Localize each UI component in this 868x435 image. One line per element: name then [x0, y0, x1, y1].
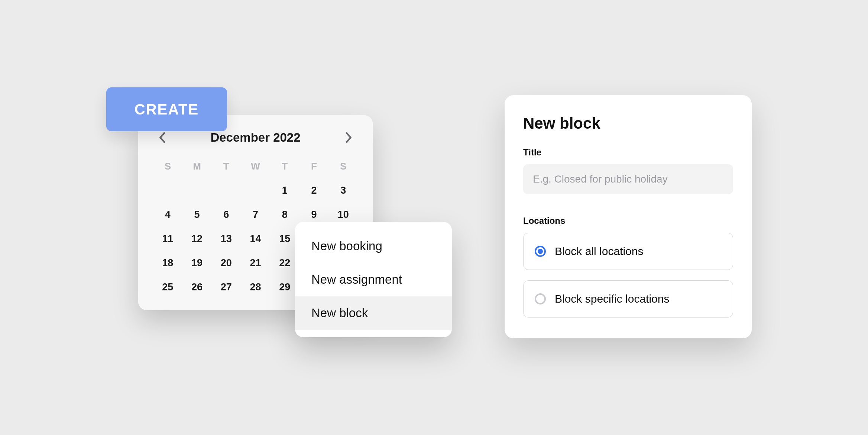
radio-icon — [535, 246, 546, 257]
calendar-day[interactable]: 1 — [270, 185, 299, 196]
menu-item[interactable]: New block — [295, 296, 452, 330]
calendar-weekday: S — [328, 161, 358, 172]
title-input[interactable] — [523, 164, 733, 194]
calendar-day[interactable]: 12 — [182, 233, 212, 245]
calendar-weekday: W — [241, 161, 270, 172]
calendar-weekday: S — [153, 161, 182, 172]
radio-label: Block specific locations — [555, 293, 669, 305]
calendar-day[interactable]: 10 — [328, 209, 358, 220]
calendar-weekday: T — [270, 161, 299, 172]
calendar-day[interactable]: 2 — [299, 185, 329, 196]
menu-item[interactable]: New assignment — [295, 263, 452, 296]
calendar-day[interactable]: 19 — [182, 257, 212, 269]
calendar-day[interactable]: 26 — [182, 281, 212, 293]
create-button[interactable]: CREATE — [106, 87, 227, 131]
title-field-block: Title — [523, 147, 733, 194]
calendar-day[interactable]: 27 — [211, 281, 241, 293]
new-block-panel: New block Title Locations Block all loca… — [505, 95, 752, 338]
calendar-month-title: December 2022 — [210, 130, 300, 145]
calendar-day[interactable]: 28 — [241, 281, 270, 293]
locations-field-block: Locations Block all locationsBlock speci… — [523, 216, 733, 318]
calendar-weekday: M — [182, 161, 212, 172]
radio-label: Block all locations — [555, 245, 643, 258]
calendar-day[interactable]: 8 — [270, 209, 299, 220]
calendar-day[interactable]: 3 — [328, 185, 358, 196]
locations-radio-option[interactable]: Block specific locations — [523, 280, 733, 318]
calendar-day[interactable]: 25 — [153, 281, 182, 293]
radio-icon — [535, 293, 546, 304]
chevron-left-icon[interactable] — [155, 130, 169, 145]
locations-radio-group: Block all locationsBlock specific locati… — [523, 233, 733, 318]
calendar-day[interactable]: 14 — [241, 233, 270, 245]
menu-item[interactable]: New booking — [295, 229, 452, 263]
locations-radio-option[interactable]: Block all locations — [523, 233, 733, 270]
calendar-day[interactable]: 18 — [153, 257, 182, 269]
chevron-right-icon[interactable] — [341, 130, 356, 145]
calendar-weekday: T — [211, 161, 241, 172]
create-menu: New bookingNew assignmentNew block — [295, 222, 452, 337]
calendar-day[interactable]: 20 — [211, 257, 241, 269]
calendar-day[interactable]: 11 — [153, 233, 182, 245]
title-field-label: Title — [523, 147, 733, 158]
calendar-day[interactable]: 4 — [153, 209, 182, 220]
calendar-day[interactable]: 7 — [241, 209, 270, 220]
panel-heading: New block — [523, 115, 733, 132]
calendar-day[interactable]: 21 — [241, 257, 270, 269]
calendar-header: December 2022 — [151, 130, 360, 152]
calendar-day[interactable]: 9 — [299, 209, 329, 220]
calendar-day[interactable]: 5 — [182, 209, 212, 220]
calendar-day[interactable]: 13 — [211, 233, 241, 245]
calendar-day[interactable]: 6 — [211, 209, 241, 220]
locations-field-label: Locations — [523, 216, 733, 226]
calendar-weekday: F — [299, 161, 329, 172]
